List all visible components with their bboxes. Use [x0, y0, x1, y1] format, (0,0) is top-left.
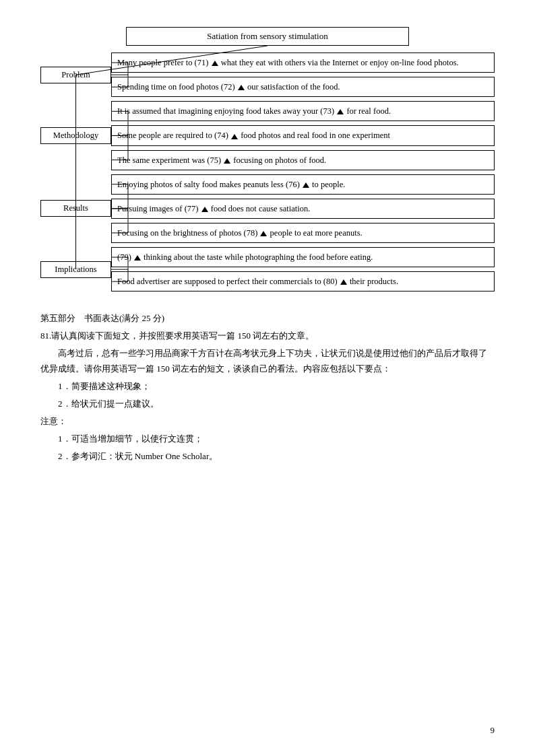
section5-question: 81.请认真阅读下面短文，并按照要求用英语写一篇 150 词左右的文章。 [40, 329, 495, 343]
label-problem: Problem [40, 67, 111, 83]
groups-and-boxes: Problem Methodology Results Implications… [40, 53, 495, 291]
page: Satiation from sensory stimulation Probl… [0, 0, 535, 756]
content-box-results-1: Pursuing images of (77) food does not ca… [111, 199, 495, 219]
content-box-implications-1: Food advertiser are supposed to perfect … [111, 271, 495, 291]
label-implications: Implications [40, 261, 111, 278]
triangle-76 [303, 182, 309, 188]
section5-point-1: 1．简要描述这种现象； [40, 379, 495, 394]
section5-point-2: 2．给状元们提一点建议。 [40, 397, 495, 411]
content-box-methodology-0: It is assumed that imagining enjoying fo… [111, 101, 495, 121]
triangle-78 [260, 231, 267, 236]
content-box-problem-0: Many people prefer to (71) what they eat… [111, 53, 495, 73]
top-box: Satiation from sensory stimulation [126, 27, 409, 46]
boxes-column: Many people prefer to (71) what they eat… [111, 53, 495, 291]
triangle-73 [337, 109, 344, 114]
label-methodology: Methodology [40, 127, 111, 144]
content-box-results-0: Enjoying photos of salty food makes pean… [111, 174, 495, 195]
section5-paragraph: 高考过后，总有一些学习用品商家千方百计在高考状元身上下功夫，让状元们说是使用过他… [40, 346, 495, 376]
triangle-79 [134, 255, 141, 261]
section5-note-1: 1．可适当增加细节，以使行文连贯； [40, 432, 495, 446]
section5-heading: 第五部分 书面表达(满分 25 分) [40, 311, 495, 326]
label-results: Results [40, 200, 111, 217]
content-box-problem-1: Spending time on food photos (72) our sa… [111, 77, 495, 97]
triangle-75 [224, 158, 230, 164]
triangle-74 [231, 134, 238, 139]
section5-note-2: 2．参考词汇：状元 Number One Scholar。 [40, 449, 495, 464]
section5-notes-heading: 注意： [40, 414, 495, 429]
content-box-implications-0: (79) thinking about the taste while phot… [111, 247, 495, 267]
diagram-container: Satiation from sensory stimulation Probl… [40, 27, 495, 295]
content-box-methodology-1: Some people are required to (74) food ph… [111, 125, 495, 145]
content-box-methodology-2: The same experiment was (75) focusing on… [111, 150, 495, 170]
triangle-71 [212, 61, 218, 66]
diagram-wrapper: Problem Methodology Results Implications… [40, 53, 495, 295]
triangle-72 [238, 85, 245, 90]
content-box-results-2: Focusing on the brightness of photos (78… [111, 223, 495, 243]
page-number: 9 [491, 725, 495, 736]
triangle-80 [340, 279, 347, 285]
section-5: 第五部分 书面表达(满分 25 分) 81.请认真阅读下面短文，并按照要求用英语… [40, 311, 495, 464]
triangle-77 [201, 207, 208, 212]
